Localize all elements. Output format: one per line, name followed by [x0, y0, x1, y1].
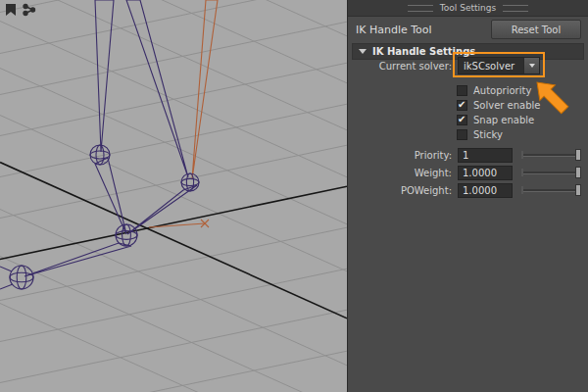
viewport-canvas[interactable] — [0, 0, 347, 392]
solver-enable-checkbox[interactable] — [457, 100, 467, 111]
current-solver-row: Current solver: ikSCsolver — [348, 56, 581, 75]
weight-slider[interactable] — [521, 166, 581, 179]
checkbox-row: Snap enable — [457, 114, 534, 126]
joint-sphere[interactable] — [181, 173, 199, 191]
bookmark-icon[interactable] — [5, 3, 18, 17]
current-solver-label: Current solver: — [348, 61, 452, 72]
joint-sphere[interactable] — [10, 266, 33, 289]
autopriority-checkbox[interactable] — [457, 85, 467, 96]
priority-slider[interactable] — [521, 148, 581, 162]
sticky-checkbox[interactable] — [457, 129, 467, 140]
checkbox-row: Solver enable — [457, 99, 541, 112]
slider-track — [521, 172, 581, 174]
priority-label: Priority: — [348, 150, 452, 161]
tool-name: IK Handle Tool — [356, 24, 432, 36]
slider-tick — [521, 186, 523, 194]
poweight-slider[interactable] — [521, 183, 581, 197]
tool-header-row: IK Handle Tool Reset Tool — [356, 20, 581, 39]
checkbox-label: Sticky — [473, 129, 503, 140]
dropdown-arrow-button[interactable] — [523, 58, 539, 74]
checkbox-label: Autopriority — [473, 85, 531, 96]
weight-label: Weight: — [348, 168, 452, 178]
checkbox-row: Sticky — [457, 128, 503, 141]
titlebar-dashes — [408, 5, 433, 12]
priority-row: Priority: 1 — [348, 147, 581, 163]
weight-field[interactable]: 1.0000 — [458, 166, 513, 180]
viewport-toolbar — [5, 3, 36, 17]
weight-row: Weight: 1.0000 — [348, 165, 581, 180]
snap-enable-checkbox[interactable] — [457, 115, 467, 125]
slider-track — [521, 154, 581, 157]
current-solver-dropdown[interactable]: ikSCsolver — [458, 57, 540, 74]
tool-settings-titlebar[interactable]: Tool Settings — [348, 0, 588, 17]
poweight-field[interactable]: 1.0000 — [458, 183, 513, 198]
checkbox-label: Snap enable — [473, 115, 534, 125]
tool-settings-panel: Tool Settings IK Handle Tool Reset Tool … — [347, 0, 588, 392]
current-solver-value: ikSCsolver — [459, 58, 523, 74]
reset-tool-button[interactable]: Reset Tool — [491, 20, 581, 39]
poweight-row: POWeight: 1.0000 — [348, 182, 581, 198]
checkbox-row: Autopriority — [457, 84, 531, 97]
priority-field[interactable]: 1 — [458, 148, 513, 163]
slider-handle[interactable] — [575, 167, 581, 178]
joint-sphere[interactable] — [116, 224, 137, 246]
share-icon[interactable] — [23, 3, 36, 17]
chevron-down-icon — [529, 64, 535, 68]
poweight-label: POWeight: — [348, 185, 452, 196]
slider-tick — [521, 151, 523, 159]
grid-axes — [0, 163, 347, 318]
3d-viewport[interactable] — [0, 0, 347, 392]
titlebar-dashes — [503, 5, 528, 12]
collapse-triangle-icon[interactable] — [359, 49, 367, 54]
slider-handle[interactable] — [575, 184, 581, 196]
checkbox-label: Solver enable — [473, 100, 541, 111]
tool-settings-title: Tool Settings — [440, 3, 496, 13]
slider-handle[interactable] — [575, 149, 581, 161]
slider-track — [521, 189, 581, 192]
grid-lines — [0, 0, 347, 392]
ik-handle-orange-wireframe[interactable] — [149, 0, 218, 227]
slider-tick — [521, 169, 523, 176]
